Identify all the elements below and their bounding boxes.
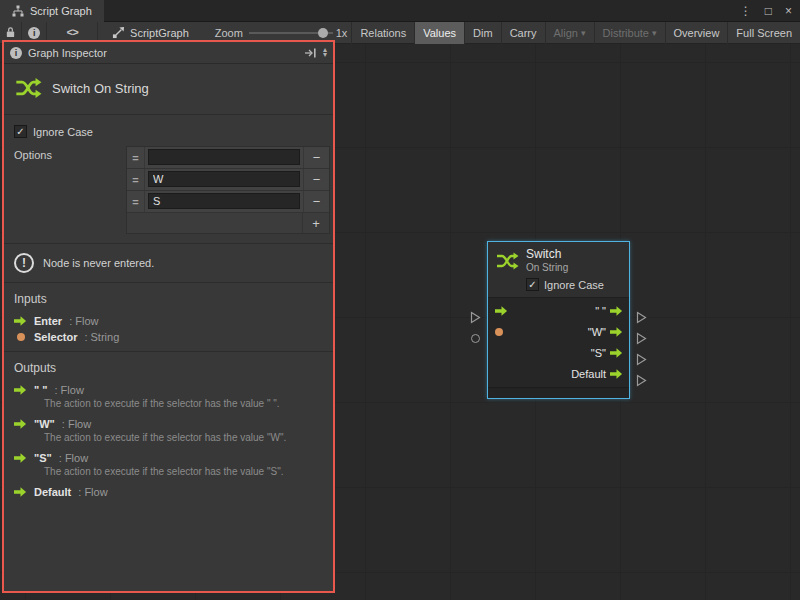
- warning-banner: ! Node is never entered.: [4, 243, 333, 283]
- close-icon[interactable]: ×: [785, 4, 792, 18]
- relations-label: Relations: [360, 27, 406, 39]
- flow-port-icon: [14, 453, 27, 463]
- remove-option-button[interactable]: −: [303, 169, 329, 190]
- option-input[interactable]: [148, 149, 300, 165]
- values-label: Values: [423, 27, 456, 39]
- tab-label: Script Graph: [30, 5, 92, 17]
- option-input[interactable]: [148, 171, 300, 187]
- distribute-label: Distribute: [603, 27, 649, 39]
- inspected-node-title-row: Switch On String: [4, 64, 333, 114]
- align-label: Align: [554, 27, 578, 39]
- inspected-node-title: Switch On String: [52, 81, 149, 96]
- fullscreen-label: Full Screen: [736, 27, 792, 39]
- node-header[interactable]: Switch On String ✓ Ignore Case: [488, 242, 629, 297]
- output-port-label: " ": [595, 305, 606, 317]
- output-row: Default : Flow: [14, 484, 323, 500]
- output-row: "W" : Flow: [14, 416, 323, 432]
- chevron-down-icon: ▾: [581, 28, 586, 38]
- code-icon: <>: [67, 27, 78, 39]
- warning-text: Node is never entered.: [43, 257, 154, 269]
- script-graph-tab-icon: [12, 5, 24, 17]
- overview-button[interactable]: Overview: [665, 22, 728, 44]
- add-option-button[interactable]: +: [302, 213, 329, 233]
- string-port-icon: [17, 333, 25, 341]
- options-block: Options = − = − = − +: [4, 140, 333, 234]
- drag-handle-icon[interactable]: =: [127, 169, 145, 190]
- ignore-case-label: Ignore Case: [544, 279, 604, 291]
- option-row: = −: [127, 191, 329, 213]
- output-row: "S" : Flow: [14, 450, 323, 466]
- switch-node-box[interactable]: Switch On String ✓ Ignore Case " ": [487, 241, 630, 399]
- dim-button[interactable]: Dim: [464, 22, 501, 44]
- align-button[interactable]: Align ▾: [545, 22, 594, 44]
- carry-label: Carry: [510, 27, 537, 39]
- graph-breadcrumb-label: ScriptGraph: [130, 27, 189, 39]
- external-value-port-icon[interactable]: [471, 334, 480, 343]
- window-controls: ⋮ □ ×: [740, 0, 800, 21]
- chevron-down-icon: ▾: [323, 53, 327, 57]
- flow-input-port-icon[interactable]: [495, 306, 508, 316]
- info-icon: i: [10, 47, 22, 59]
- fullscreen-button[interactable]: Full Screen: [727, 22, 800, 44]
- node-footer: [488, 387, 629, 398]
- port-type: : Flow: [78, 486, 107, 498]
- external-flow-port-icon[interactable]: [470, 311, 481, 324]
- graph-breadcrumb[interactable]: ScriptGraph: [112, 26, 189, 39]
- ignore-case-checkbox[interactable]: ✓: [526, 278, 539, 291]
- options-list: = − = − = − +: [126, 146, 330, 234]
- remove-option-button[interactable]: −: [303, 191, 329, 212]
- port-description: The action to execute if the selector ha…: [44, 432, 323, 443]
- node-title: Switch: [526, 248, 568, 262]
- output-port-label: "W": [588, 326, 606, 338]
- input-row: Enter : Flow: [14, 313, 323, 329]
- option-input[interactable]: [148, 193, 300, 209]
- distribute-button[interactable]: Distribute ▾: [594, 22, 665, 44]
- chevron-down-icon: ▾: [652, 28, 657, 38]
- outputs-section: Outputs " " : Flow The action to execute…: [4, 352, 333, 517]
- menu-icon[interactable]: ⋮: [740, 4, 752, 18]
- info-icon: i: [28, 27, 40, 39]
- node-port-row: " ": [488, 300, 629, 321]
- output-port-label: "S": [591, 347, 606, 359]
- drag-handle-icon[interactable]: =: [127, 147, 145, 168]
- zoom-label: Zoom: [215, 27, 243, 39]
- port-description: The action to execute if the selector ha…: [44, 466, 323, 477]
- external-output-port-icon[interactable]: [636, 353, 647, 366]
- remove-option-button[interactable]: −: [303, 147, 329, 168]
- selector-input-port-icon[interactable]: [495, 328, 503, 336]
- flow-output-port-icon[interactable]: [610, 306, 623, 316]
- external-output-port-icon[interactable]: [636, 374, 647, 387]
- overview-label: Overview: [674, 27, 720, 39]
- dim-label: Dim: [473, 27, 493, 39]
- port-type: : Flow: [69, 315, 98, 327]
- switch-node[interactable]: Switch On String ✓ Ignore Case " ": [487, 241, 630, 399]
- ignore-case-checkbox[interactable]: ✓: [14, 125, 27, 138]
- flow-output-port-icon[interactable]: [610, 369, 623, 379]
- inputs-header: Inputs: [14, 292, 323, 306]
- port-name: Enter: [34, 315, 62, 327]
- flow-output-port-icon[interactable]: [610, 327, 623, 337]
- carry-button[interactable]: Carry: [501, 22, 545, 44]
- popout-icon[interactable]: [304, 47, 317, 59]
- scroll-chevrons-icon[interactable]: ▴ ▾: [323, 48, 327, 57]
- port-type: : Flow: [62, 418, 91, 430]
- port-description: The action to execute if the selector ha…: [44, 398, 323, 409]
- external-output-port-icon[interactable]: [636, 332, 647, 345]
- tab-script-graph[interactable]: Script Graph: [0, 0, 104, 22]
- port-type: : String: [84, 331, 119, 343]
- toolbar-buttons: Relations Values Dim Carry Align ▾ Distr…: [351, 22, 800, 44]
- option-row: = −: [127, 147, 329, 169]
- warning-icon: !: [14, 253, 34, 273]
- switch-icon: [495, 249, 519, 273]
- zoom-slider[interactable]: [249, 27, 330, 39]
- external-output-port-icon[interactable]: [636, 311, 647, 324]
- maximize-icon[interactable]: □: [765, 4, 772, 18]
- values-button[interactable]: Values: [414, 22, 464, 44]
- flow-output-port-icon[interactable]: [610, 348, 623, 358]
- flow-port-icon: [14, 419, 27, 429]
- relations-button[interactable]: Relations: [351, 22, 414, 44]
- node-subtitle: On String: [526, 262, 568, 274]
- zoom-slider-thumb[interactable]: [318, 28, 328, 38]
- output-row: " " : Flow: [14, 382, 323, 398]
- drag-handle-icon[interactable]: =: [127, 191, 145, 212]
